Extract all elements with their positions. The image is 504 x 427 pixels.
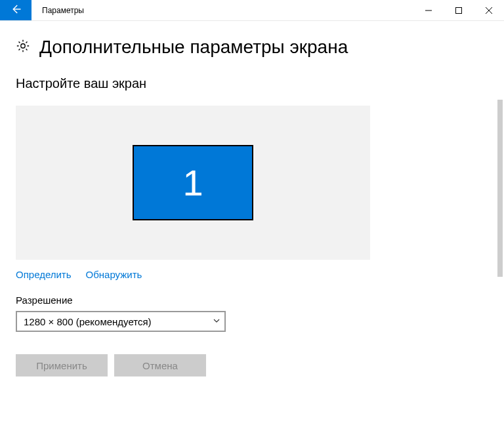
window-title: Параметры (32, 0, 84, 20)
maximize-button[interactable] (444, 0, 474, 20)
back-arrow-icon (10, 3, 22, 18)
resolution-selected: 1280 × 800 (рекомендуется) (24, 316, 152, 327)
maximize-icon (455, 5, 462, 16)
section-heading: Настройте ваш экран (16, 76, 488, 91)
resolution-label: Разрешение (16, 295, 488, 306)
titlebar: Параметры (0, 0, 504, 21)
display-arrangement[interactable]: 1 (16, 106, 370, 260)
cancel-button[interactable]: Отмена (114, 354, 206, 376)
minimize-button[interactable] (413, 0, 444, 20)
gear-icon (16, 39, 30, 56)
resolution-dropdown[interactable]: 1280 × 800 (рекомендуется) (16, 311, 226, 332)
apply-button[interactable]: Применить (16, 354, 108, 376)
svg-point-4 (21, 44, 25, 48)
display-link-row: Определить Обнаружить (16, 269, 488, 280)
monitor-tile-1[interactable]: 1 (133, 145, 253, 220)
content-area: Дополнительные параметры экрана Настройт… (0, 21, 504, 427)
back-button[interactable] (0, 0, 32, 20)
identify-link[interactable]: Определить (16, 269, 72, 280)
monitor-number: 1 (182, 161, 203, 204)
close-icon (486, 5, 492, 16)
close-button[interactable] (474, 0, 504, 20)
chevron-down-icon (213, 315, 220, 327)
page-title: Дополнительные параметры экрана (39, 37, 348, 58)
window-controls (413, 0, 504, 20)
scrollbar-thumb[interactable] (497, 100, 503, 277)
svg-rect-1 (456, 7, 462, 13)
titlebar-drag-area[interactable] (84, 0, 413, 20)
minimize-icon (425, 5, 432, 16)
detect-link[interactable]: Обнаружить (86, 269, 142, 280)
page-header: Дополнительные параметры экрана (16, 37, 488, 58)
action-buttons: Применить Отмена (16, 354, 488, 376)
